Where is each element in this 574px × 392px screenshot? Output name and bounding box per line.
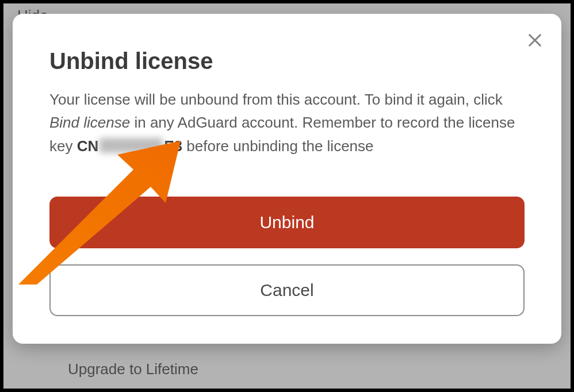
license-key-prefix: CN bbox=[77, 137, 99, 155]
close-button[interactable] bbox=[525, 30, 545, 51]
license-key-suffix: E3 bbox=[164, 137, 182, 155]
modal-description: Your license will be unbound from this a… bbox=[49, 88, 525, 157]
body-text-3: before unbinding the license bbox=[182, 137, 373, 155]
unbind-license-modal: Unbind license Your license will be unbo… bbox=[13, 14, 561, 344]
body-text-1: Your license will be unbound from this a… bbox=[49, 91, 503, 108]
bind-license-text: Bind license bbox=[49, 114, 130, 131]
modal-title: Unbind license bbox=[49, 48, 525, 74]
cancel-button[interactable]: Cancel bbox=[49, 264, 525, 316]
unbind-button[interactable]: Unbind bbox=[49, 197, 525, 248]
close-icon bbox=[527, 32, 543, 48]
license-key-redacted bbox=[100, 138, 163, 153]
upgrade-lifetime-link[interactable]: Upgrade to Lifetime bbox=[68, 360, 198, 378]
